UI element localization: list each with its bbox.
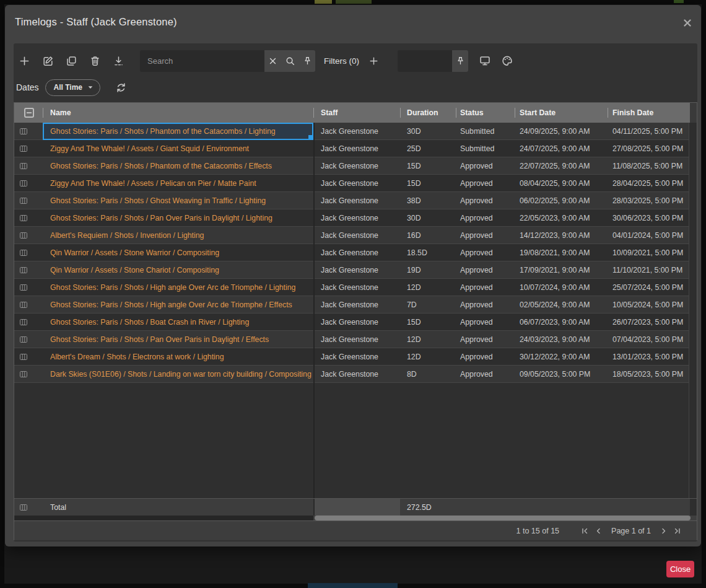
cell-duration[interactable]: 8D xyxy=(400,366,456,383)
cell-start-date[interactable]: 22/05/2023, 9:00 AM xyxy=(515,209,608,227)
cell-start-date[interactable]: 22/07/2025, 9:00 AM xyxy=(515,157,608,175)
cell-status[interactable]: Approved xyxy=(456,348,515,366)
cell-status[interactable]: Approved xyxy=(456,244,515,261)
cell-name[interactable]: Ghost Stories: Paris / Shots / High angl… xyxy=(43,296,313,314)
table-row[interactable]: Ghost Stories: Paris / Shots / Pan Over … xyxy=(14,331,697,348)
cell-finish-date[interactable]: 10/09/2021, 5:00 PM xyxy=(608,244,690,261)
cell-status[interactable]: Approved xyxy=(456,366,515,383)
cell-duration[interactable]: 18.5D xyxy=(400,244,456,261)
cell-staff[interactable]: Jack Greenstone xyxy=(313,123,400,140)
cell-staff[interactable]: Jack Greenstone xyxy=(313,227,400,244)
cell-duration[interactable]: 15D xyxy=(400,157,456,175)
cell-name[interactable]: Ghost Stories: Paris / Shots / Pan Over … xyxy=(43,209,313,227)
cell-name[interactable]: Ghost Stories: Paris / Shots / Ghost Wea… xyxy=(43,192,313,209)
row-handle-icon[interactable] xyxy=(19,318,28,326)
pin-search-icon[interactable] xyxy=(299,53,315,69)
cell-name[interactable]: Ziggy And The Whale! / Assets / Giant Sq… xyxy=(43,140,313,157)
cell-start-date[interactable]: 24/09/2025, 9:00 AM xyxy=(515,123,608,140)
table-row[interactable]: Albert's Dream / Shots / Electrons at wo… xyxy=(14,348,697,366)
cell-name[interactable]: Ghost Stories: Paris / Shots / Phantom o… xyxy=(43,123,313,140)
table-row[interactable]: Dark Skies (S01E06) / Shots / Landing on… xyxy=(14,366,697,383)
palette-icon[interactable] xyxy=(499,53,515,69)
row-handle-icon[interactable] xyxy=(19,145,28,152)
table-row[interactable]: Ziggy And The Whale! / Assets / Pelican … xyxy=(14,175,697,192)
column-header-staff[interactable]: Staff xyxy=(313,103,400,123)
edit-button[interactable] xyxy=(40,53,56,69)
cell-duration[interactable]: 7D xyxy=(400,296,456,314)
cell-status[interactable]: Approved xyxy=(456,279,515,296)
table-row[interactable]: Qin Warrior / Assets / Stone Warrior / C… xyxy=(14,244,697,261)
row-handle-icon[interactable] xyxy=(19,249,28,257)
previous-page-icon[interactable] xyxy=(591,524,605,538)
row-handle-icon[interactable] xyxy=(19,232,28,239)
cell-staff[interactable]: Jack Greenstone xyxy=(313,366,400,383)
cell-duration[interactable]: 30D xyxy=(400,209,456,227)
cell-start-date[interactable]: 30/12/2022, 9:00 AM xyxy=(515,348,608,366)
export-button[interactable] xyxy=(110,53,126,69)
cell-staff[interactable]: Jack Greenstone xyxy=(313,331,400,348)
cell-finish-date[interactable]: 26/07/2023, 5:00 PM xyxy=(608,314,690,331)
cell-start-date[interactable]: 17/09/2021, 9:00 AM xyxy=(515,261,608,279)
cell-start-date[interactable]: 06/02/2025, 9:00 AM xyxy=(515,192,608,209)
cell-finish-date[interactable]: 07/04/2023, 5:00 PM xyxy=(608,331,690,348)
cell-duration[interactable]: 16D xyxy=(400,227,456,244)
cell-staff[interactable]: Jack Greenstone xyxy=(313,348,400,366)
cell-status[interactable]: Approved xyxy=(456,296,515,314)
vertical-scrollbar-gutter[interactable] xyxy=(689,123,697,498)
row-handle-icon[interactable] xyxy=(19,353,28,361)
cell-status[interactable]: Approved xyxy=(456,227,515,244)
close-button[interactable]: Close xyxy=(666,561,694,577)
column-header-start-date[interactable]: Start Date xyxy=(515,103,608,123)
cell-status[interactable]: Submitted xyxy=(456,123,515,140)
table-row[interactable]: Albert's Requiem / Shots / Invention / L… xyxy=(14,227,697,244)
cell-staff[interactable]: Jack Greenstone xyxy=(313,314,400,331)
cell-duration[interactable]: 19D xyxy=(400,261,456,279)
add-filter-button[interactable] xyxy=(365,53,381,69)
cell-duration[interactable]: 15D xyxy=(400,314,456,331)
cell-start-date[interactable]: 10/07/2024, 9:00 AM xyxy=(515,279,608,296)
cell-start-date[interactable]: 08/04/2025, 9:00 AM xyxy=(515,175,608,192)
scrollbar-thumb[interactable] xyxy=(315,516,691,520)
refresh-icon[interactable] xyxy=(113,79,129,95)
cell-name[interactable]: Ghost Stories: Paris / Shots / High angl… xyxy=(43,279,313,296)
pin-filter-icon[interactable] xyxy=(452,53,468,69)
cell-duration[interactable]: 12D xyxy=(400,279,456,296)
dates-range-select[interactable]: All Time xyxy=(45,79,100,96)
table-row[interactable]: Ghost Stories: Paris / Shots / Ghost Wea… xyxy=(14,192,697,209)
cell-staff[interactable]: Jack Greenstone xyxy=(313,175,400,192)
row-handle-icon[interactable] xyxy=(19,284,28,291)
cell-status[interactable]: Approved xyxy=(456,157,515,175)
scrollbar-track[interactable] xyxy=(313,516,697,520)
select-all-checkbox[interactable] xyxy=(24,108,34,118)
cell-name[interactable]: Albert's Requiem / Shots / Invention / L… xyxy=(43,227,313,244)
cell-finish-date[interactable]: 27/08/2025, 5:00 PM xyxy=(608,140,690,157)
cell-status[interactable]: Approved xyxy=(456,331,515,348)
delete-button[interactable] xyxy=(87,53,103,69)
row-handle-icon[interactable] xyxy=(19,301,28,309)
cell-name[interactable]: Ghost Stories: Paris / Shots / Pan Over … xyxy=(43,331,313,348)
row-handle-icon[interactable] xyxy=(19,214,28,222)
table-row[interactable]: Ghost Stories: Paris / Shots / Phantom o… xyxy=(14,157,697,175)
cell-name[interactable]: Albert's Dream / Shots / Electrons at wo… xyxy=(43,348,313,366)
monitor-icon[interactable] xyxy=(477,53,493,69)
clear-search-icon[interactable] xyxy=(264,53,281,69)
cell-finish-date[interactable]: 28/04/2025, 5:00 PM xyxy=(608,175,690,192)
table-row[interactable]: Ghost Stories: Paris / Shots / Phantom o… xyxy=(14,123,697,140)
cell-status[interactable]: Approved xyxy=(456,314,515,331)
cell-staff[interactable]: Jack Greenstone xyxy=(313,279,400,296)
column-header-name[interactable]: Name xyxy=(43,103,313,123)
row-handle-icon[interactable] xyxy=(19,197,28,204)
column-header-duration[interactable]: Duration xyxy=(400,103,456,123)
cell-finish-date[interactable]: 10/05/2024, 5:00 PM xyxy=(608,296,690,314)
cell-staff[interactable]: Jack Greenstone xyxy=(313,157,400,175)
cell-duration[interactable]: 38D xyxy=(400,192,456,209)
cell-name[interactable]: Qin Warrior / Assets / Stone Chariot / C… xyxy=(43,261,313,279)
cell-finish-date[interactable]: 11/10/2021, 5:00 PM xyxy=(608,261,690,279)
cell-duration[interactable]: 15D xyxy=(400,175,456,192)
cell-finish-date[interactable]: 30/06/2023, 5:00 PM xyxy=(608,209,690,227)
cell-start-date[interactable]: 06/07/2023, 9:00 AM xyxy=(515,314,608,331)
table-row[interactable]: Ghost Stories: Paris / Shots / Boat Cras… xyxy=(14,314,697,331)
cell-staff[interactable]: Jack Greenstone xyxy=(313,261,400,279)
search-icon[interactable] xyxy=(282,53,298,69)
cell-finish-date[interactable]: 13/01/2023, 5:00 PM xyxy=(608,348,690,366)
